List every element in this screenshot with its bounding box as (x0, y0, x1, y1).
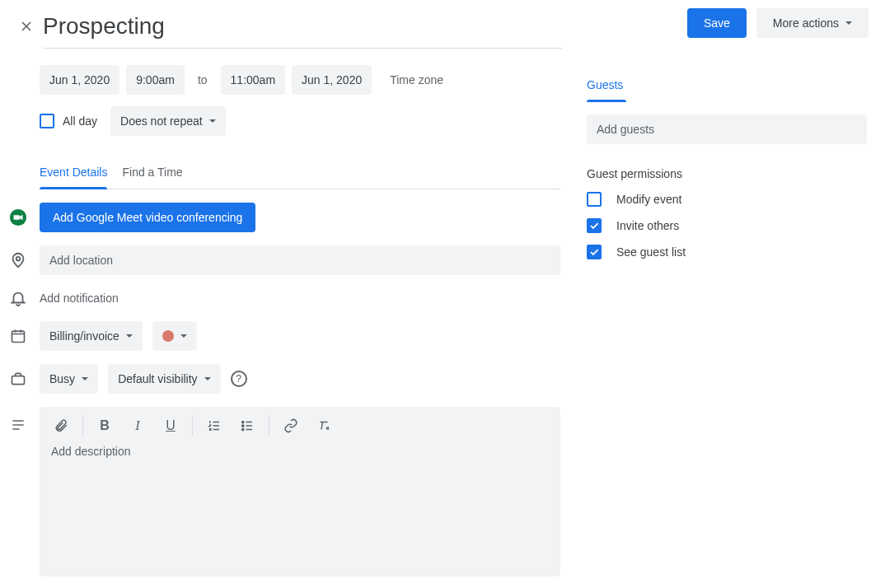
add-guests-input[interactable] (587, 114, 867, 144)
location-icon (8, 250, 28, 270)
calendar-icon (8, 326, 28, 346)
toolbar-separator (82, 416, 83, 436)
event-title-input[interactable] (43, 10, 562, 49)
briefcase-icon (8, 369, 28, 389)
calendar-dropdown[interactable]: Billing/invoice (40, 321, 143, 351)
modify-event-label: Modify event (616, 193, 681, 206)
help-icon[interactable]: ? (231, 371, 247, 387)
more-actions-button[interactable]: More actions (756, 8, 869, 38)
numbered-list-button[interactable] (199, 411, 229, 441)
add-notification-link[interactable]: Add notification (40, 292, 119, 305)
chevron-down-icon (126, 334, 133, 338)
more-actions-label: More actions (773, 16, 839, 30)
bell-icon (8, 288, 28, 308)
underline-icon: U (166, 418, 176, 433)
end-date-picker[interactable]: Jun 1, 2020 (292, 65, 372, 95)
invite-others-label: Invite others (616, 219, 679, 232)
chevron-down-icon (209, 119, 216, 123)
numbered-list-icon (207, 418, 222, 433)
svg-rect-1 (14, 215, 20, 220)
close-button[interactable] (10, 10, 43, 43)
clear-formatting-button[interactable] (309, 411, 339, 441)
link-button[interactable] (276, 411, 306, 441)
start-date-picker[interactable]: Jun 1, 2020 (40, 65, 119, 95)
italic-icon: I (135, 418, 139, 433)
clear-formatting-icon (316, 418, 331, 433)
recurrence-dropdown[interactable]: Does not repeat (110, 106, 226, 136)
link-icon (283, 418, 298, 433)
svg-point-6 (242, 425, 244, 427)
description-textarea[interactable]: Add description (40, 445, 560, 576)
modify-event-checkbox[interactable] (587, 192, 602, 207)
description-icon (8, 415, 28, 435)
chevron-down-icon (180, 334, 187, 338)
underline-button[interactable]: U (156, 411, 185, 441)
start-time-picker[interactable]: 9:00am (126, 65, 185, 95)
chevron-down-icon (82, 377, 88, 380)
all-day-checkbox[interactable] (40, 114, 54, 128)
tab-find-time[interactable]: Find a Time (122, 166, 182, 189)
save-button[interactable]: Save (687, 8, 747, 38)
bulleted-list-icon (240, 418, 255, 433)
svg-point-7 (242, 428, 244, 430)
toolbar-separator (192, 416, 193, 436)
to-label: to (191, 73, 214, 86)
all-day-label: All day (63, 114, 97, 128)
paperclip-icon (54, 418, 68, 433)
availability-dropdown[interactable]: Busy (40, 364, 98, 394)
svg-point-2 (16, 257, 21, 261)
availability-label: Busy (49, 372, 75, 385)
chevron-down-icon (845, 21, 852, 25)
svg-rect-3 (12, 331, 25, 342)
color-swatch-icon (162, 330, 174, 342)
toolbar-separator (269, 416, 269, 436)
attach-button[interactable] (46, 411, 76, 441)
svg-point-5 (242, 421, 244, 422)
invite-others-checkbox[interactable] (587, 218, 602, 233)
check-icon (588, 220, 600, 231)
italic-button[interactable]: I (123, 411, 152, 441)
tab-event-details[interactable]: Event Details (40, 166, 107, 189)
recurrence-label: Does not repeat (120, 114, 203, 128)
bold-icon: B (100, 418, 110, 433)
add-google-meet-button[interactable]: Add Google Meet video conferencing (40, 203, 255, 232)
check-icon (588, 246, 600, 258)
svg-rect-4 (12, 376, 25, 385)
bold-button[interactable]: B (90, 411, 119, 441)
visibility-dropdown[interactable]: Default visibility (108, 364, 220, 394)
timezone-link[interactable]: Time zone (383, 73, 450, 86)
bulleted-list-button[interactable] (232, 411, 262, 441)
calendar-name-label: Billing/invoice (49, 329, 119, 343)
chevron-down-icon (204, 377, 211, 380)
location-input[interactable] (40, 245, 560, 275)
close-icon (18, 18, 35, 35)
guests-tab[interactable]: Guests (587, 78, 867, 101)
video-icon (8, 208, 28, 227)
end-time-picker[interactable]: 11:00am (221, 65, 285, 95)
visibility-label: Default visibility (118, 372, 197, 385)
see-guest-list-label: See guest list (616, 245, 686, 259)
color-dropdown[interactable] (152, 321, 197, 351)
guest-permissions-title: Guest permissions (587, 167, 867, 180)
see-guest-list-checkbox[interactable] (587, 245, 602, 259)
